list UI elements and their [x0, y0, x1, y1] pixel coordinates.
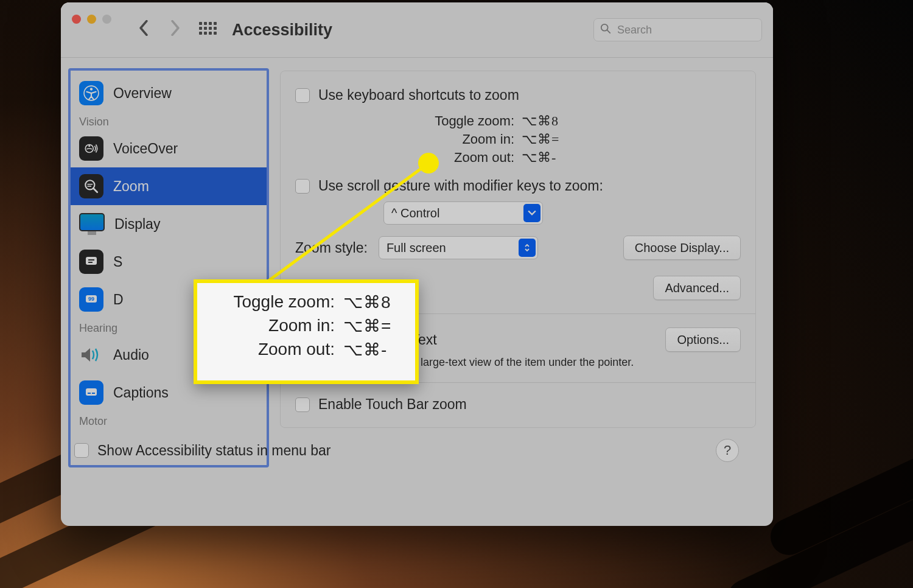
svg-point-0 — [601, 24, 608, 31]
use-scroll-gesture-row: Use scroll gesture with modifier keys to… — [295, 178, 741, 194]
callout-zoom-shortcuts: Toggle zoom: ⌥⌘8 Zoom in: ⌥⌘= Zoom out: … — [194, 279, 419, 384]
svg-rect-15 — [86, 388, 97, 396]
use-keyboard-shortcuts-label: Use keyboard shortcuts to zoom — [318, 87, 519, 103]
modifier-key-select[interactable]: ^ Control — [383, 201, 543, 225]
svg-text:99: 99 — [88, 296, 94, 302]
use-scroll-gesture-label: Use scroll gesture with modifier keys to… — [318, 178, 603, 194]
zoom-style-select[interactable]: Full screen — [379, 236, 538, 259]
use-scroll-gesture-checkbox[interactable] — [295, 179, 310, 194]
sidebar-item-overview[interactable]: Overview — [71, 74, 267, 112]
zoom-in-label: Zoom in: — [307, 131, 514, 147]
sidebar-item-label: Overview — [113, 85, 172, 102]
sidebar-item-label: Zoom — [113, 178, 149, 195]
callout-out-keys: ⌥⌘- — [343, 340, 404, 360]
zoom-style-label: Zoom style: — [295, 240, 368, 256]
advanced-button[interactable]: Advanced... — [653, 276, 741, 300]
window-controls — [72, 15, 111, 24]
show-status-menubar-checkbox[interactable] — [74, 443, 89, 458]
sidebar-item-label: D — [113, 292, 124, 308]
zoom-out-keys: ⌥⌘- — [522, 150, 564, 166]
show-all-prefs-button[interactable] — [199, 22, 215, 38]
minimize-window-button[interactable] — [87, 15, 96, 24]
sidebar-item-label: S — [113, 254, 122, 270]
svg-point-5 — [88, 145, 90, 147]
enable-touchbar-zoom-label: Enable Touch Bar zoom — [318, 396, 467, 413]
sidebar-item-voiceover[interactable]: VoiceOver — [71, 130, 267, 167]
sidebar-item-zoom[interactable]: Zoom — [71, 167, 267, 205]
svg-rect-10 — [86, 257, 97, 265]
shortcut-list: Toggle zoom: ⌥⌘8 Zoom in: ⌥⌘= Zoom out: … — [295, 112, 741, 167]
audio-icon — [79, 343, 103, 367]
svg-line-7 — [93, 188, 97, 192]
spoken-content-icon — [79, 250, 103, 274]
back-button[interactable] — [132, 19, 155, 40]
updown-stepper-icon — [519, 239, 536, 257]
choose-display-button[interactable]: Choose Display... — [623, 236, 741, 260]
modifier-key-value: ^ Control — [391, 206, 439, 220]
sidebar-section-vision: Vision — [71, 112, 267, 130]
use-keyboard-shortcuts-row: Use keyboard shortcuts to zoom — [295, 87, 741, 103]
zoom-icon — [79, 174, 103, 198]
sidebar-item-label: Display — [114, 216, 160, 233]
sidebar-item-display[interactable]: Display — [71, 205, 267, 243]
footer: Show Accessibility status in menu bar ? — [61, 428, 756, 462]
descriptions-icon: 99 — [79, 287, 103, 312]
zoom-window-button[interactable] — [102, 15, 111, 24]
chevron-down-icon — [523, 204, 540, 222]
sidebar: Overview Vision VoiceOver Zoom — [68, 68, 269, 467]
zoom-out-label: Zoom out: — [307, 150, 514, 166]
svg-point-3 — [90, 88, 93, 90]
zoom-in-keys: ⌥⌘= — [522, 131, 564, 147]
show-status-menubar-label: Show Accessibility status in menu bar — [97, 443, 331, 459]
system-preferences-window: Accessibility Overview Vision — [61, 2, 773, 526]
callout-out-label: Zoom out: — [208, 340, 335, 360]
toolbar: Accessibility — [61, 2, 773, 58]
zoom-style-value: Full screen — [387, 241, 446, 255]
search-input[interactable] — [616, 23, 755, 37]
svg-line-1 — [607, 30, 610, 33]
display-icon — [79, 213, 105, 231]
callout-in-label: Zoom in: — [208, 316, 335, 336]
callout-toggle-keys: ⌥⌘8 — [343, 292, 404, 312]
use-keyboard-shortcuts-checkbox[interactable] — [295, 88, 310, 103]
sidebar-item-label: VoiceOver — [113, 141, 178, 157]
toggle-zoom-keys: ⌥⌘8 — [522, 113, 564, 129]
callout-in-keys: ⌥⌘= — [343, 316, 404, 336]
toggle-zoom-label: Toggle zoom: — [307, 113, 514, 129]
forward-button[interactable] — [164, 19, 187, 40]
callout-toggle-label: Toggle zoom: — [208, 292, 335, 312]
sidebar-section-motor: Motor — [71, 411, 267, 429]
accessibility-icon — [79, 81, 103, 105]
close-window-button[interactable] — [72, 15, 81, 24]
search-icon — [600, 23, 611, 37]
sidebar-item-label: Audio — [113, 347, 149, 363]
window-title: Accessibility — [232, 21, 332, 40]
sidebar-item-spoken-content[interactable]: S — [71, 243, 267, 281]
hover-text-options-button[interactable]: Options... — [665, 327, 741, 352]
help-button[interactable]: ? — [716, 439, 739, 462]
captions-icon — [79, 380, 103, 405]
search-field[interactable] — [593, 18, 762, 41]
sidebar-item-label: Captions — [113, 385, 169, 401]
enable-touchbar-zoom-checkbox[interactable] — [295, 397, 310, 412]
voiceover-icon — [79, 136, 103, 161]
